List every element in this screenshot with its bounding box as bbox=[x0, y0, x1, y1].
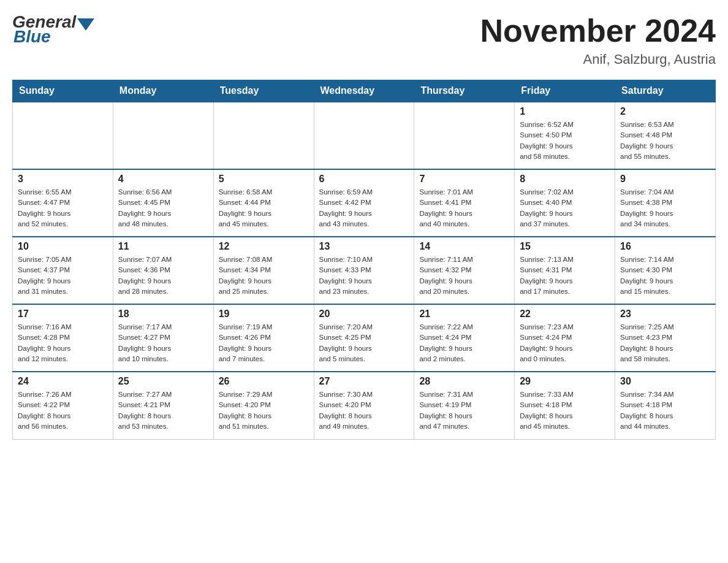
calendar-header-row: SundayMondayTuesdayWednesdayThursdayFrid… bbox=[13, 80, 716, 102]
calendar-cell: 18Sunrise: 7:17 AMSunset: 4:27 PMDayligh… bbox=[113, 304, 213, 372]
weekday-header-sunday: Sunday bbox=[13, 80, 113, 102]
day-info: Sunrise: 6:59 AMSunset: 4:42 PMDaylight:… bbox=[319, 187, 409, 229]
calendar-cell: 9Sunrise: 7:04 AMSunset: 4:38 PMDaylight… bbox=[615, 169, 716, 237]
day-info: Sunrise: 7:20 AMSunset: 4:25 PMDaylight:… bbox=[319, 322, 409, 364]
calendar-week-row: 10Sunrise: 7:05 AMSunset: 4:37 PMDayligh… bbox=[13, 237, 716, 304]
calendar-cell: 20Sunrise: 7:20 AMSunset: 4:25 PMDayligh… bbox=[314, 304, 414, 372]
calendar-cell: 7Sunrise: 7:01 AMSunset: 4:41 PMDaylight… bbox=[414, 169, 515, 237]
day-number: 10 bbox=[18, 241, 108, 252]
calendar-cell: 25Sunrise: 7:27 AMSunset: 4:21 PMDayligh… bbox=[113, 372, 213, 439]
weekday-header-tuesday: Tuesday bbox=[213, 80, 314, 102]
day-info: Sunrise: 7:14 AMSunset: 4:30 PMDaylight:… bbox=[620, 255, 710, 297]
day-number: 21 bbox=[419, 308, 509, 320]
day-number: 6 bbox=[319, 174, 409, 185]
calendar-week-row: 1Sunrise: 6:52 AMSunset: 4:50 PMDaylight… bbox=[13, 102, 716, 169]
day-info: Sunrise: 6:58 AMSunset: 4:44 PMDaylight:… bbox=[219, 187, 309, 229]
calendar-cell: 29Sunrise: 7:33 AMSunset: 4:18 PMDayligh… bbox=[515, 372, 615, 439]
day-info: Sunrise: 7:33 AMSunset: 4:18 PMDaylight:… bbox=[520, 389, 610, 432]
calendar-cell bbox=[213, 102, 314, 169]
calendar-cell: 23Sunrise: 7:25 AMSunset: 4:23 PMDayligh… bbox=[615, 304, 716, 372]
day-info: Sunrise: 6:53 AMSunset: 4:48 PMDaylight:… bbox=[620, 120, 710, 162]
day-number: 4 bbox=[118, 174, 208, 185]
calendar-cell: 5Sunrise: 6:58 AMSunset: 4:44 PMDaylight… bbox=[213, 169, 314, 237]
weekday-header-monday: Monday bbox=[113, 80, 213, 102]
calendar-cell bbox=[314, 102, 414, 169]
day-number: 1 bbox=[520, 106, 610, 117]
day-info: Sunrise: 7:23 AMSunset: 4:24 PMDaylight:… bbox=[520, 322, 610, 364]
day-number: 3 bbox=[18, 174, 108, 185]
calendar-cell: 3Sunrise: 6:55 AMSunset: 4:47 PMDaylight… bbox=[13, 169, 113, 237]
day-number: 9 bbox=[620, 174, 710, 185]
day-info: Sunrise: 7:08 AMSunset: 4:34 PMDaylight:… bbox=[219, 255, 309, 297]
calendar-cell bbox=[113, 102, 213, 169]
calendar-cell: 21Sunrise: 7:22 AMSunset: 4:24 PMDayligh… bbox=[414, 304, 515, 372]
day-number: 12 bbox=[219, 241, 309, 252]
day-info: Sunrise: 7:31 AMSunset: 4:19 PMDaylight:… bbox=[419, 389, 509, 432]
day-info: Sunrise: 7:11 AMSunset: 4:32 PMDaylight:… bbox=[419, 255, 509, 297]
day-info: Sunrise: 7:19 AMSunset: 4:26 PMDaylight:… bbox=[219, 322, 309, 364]
calendar-subtitle: Anif, Salzburg, Austria bbox=[480, 52, 716, 67]
calendar-title: November 2024 bbox=[480, 12, 716, 49]
day-info: Sunrise: 7:02 AMSunset: 4:40 PMDaylight:… bbox=[520, 187, 610, 229]
calendar-cell: 8Sunrise: 7:02 AMSunset: 4:40 PMDaylight… bbox=[515, 169, 615, 237]
calendar-cell: 24Sunrise: 7:26 AMSunset: 4:22 PMDayligh… bbox=[13, 372, 113, 439]
page-header: General Blue November 2024 Anif, Salzbur… bbox=[12, 12, 716, 67]
day-number: 16 bbox=[620, 241, 710, 252]
day-info: Sunrise: 7:26 AMSunset: 4:22 PMDaylight:… bbox=[18, 389, 108, 432]
day-info: Sunrise: 7:29 AMSunset: 4:20 PMDaylight:… bbox=[219, 389, 309, 432]
calendar-cell: 19Sunrise: 7:19 AMSunset: 4:26 PMDayligh… bbox=[213, 304, 314, 372]
day-number: 18 bbox=[118, 308, 208, 320]
day-number: 20 bbox=[319, 308, 409, 320]
day-number: 30 bbox=[620, 376, 710, 387]
logo: General Blue bbox=[12, 12, 94, 47]
day-number: 7 bbox=[419, 174, 509, 185]
day-number: 15 bbox=[520, 241, 610, 252]
calendar-cell: 2Sunrise: 6:53 AMSunset: 4:48 PMDaylight… bbox=[615, 102, 716, 169]
calendar-cell: 10Sunrise: 7:05 AMSunset: 4:37 PMDayligh… bbox=[13, 237, 113, 304]
calendar-cell: 28Sunrise: 7:31 AMSunset: 4:19 PMDayligh… bbox=[414, 372, 515, 439]
day-number: 5 bbox=[219, 174, 309, 185]
calendar-cell: 30Sunrise: 7:34 AMSunset: 4:18 PMDayligh… bbox=[615, 372, 716, 439]
day-info: Sunrise: 6:52 AMSunset: 4:50 PMDaylight:… bbox=[520, 120, 610, 162]
day-info: Sunrise: 7:25 AMSunset: 4:23 PMDaylight:… bbox=[620, 322, 710, 364]
day-number: 17 bbox=[18, 308, 108, 320]
calendar-cell: 12Sunrise: 7:08 AMSunset: 4:34 PMDayligh… bbox=[213, 237, 314, 304]
title-section: November 2024 Anif, Salzburg, Austria bbox=[480, 12, 716, 67]
calendar-cell: 15Sunrise: 7:13 AMSunset: 4:31 PMDayligh… bbox=[515, 237, 615, 304]
day-number: 29 bbox=[520, 376, 610, 387]
logo-blue-text: Blue bbox=[13, 27, 51, 47]
day-info: Sunrise: 6:56 AMSunset: 4:45 PMDaylight:… bbox=[118, 187, 208, 229]
calendar-week-row: 24Sunrise: 7:26 AMSunset: 4:22 PMDayligh… bbox=[13, 372, 716, 439]
day-number: 13 bbox=[319, 241, 409, 252]
calendar-cell: 1Sunrise: 6:52 AMSunset: 4:50 PMDaylight… bbox=[515, 102, 615, 169]
day-info: Sunrise: 7:04 AMSunset: 4:38 PMDaylight:… bbox=[620, 187, 710, 229]
day-info: Sunrise: 7:07 AMSunset: 4:36 PMDaylight:… bbox=[118, 255, 208, 297]
day-info: Sunrise: 7:13 AMSunset: 4:31 PMDaylight:… bbox=[520, 255, 610, 297]
calendar-cell bbox=[13, 102, 113, 169]
calendar-cell: 6Sunrise: 6:59 AMSunset: 4:42 PMDaylight… bbox=[314, 169, 414, 237]
day-number: 24 bbox=[18, 376, 108, 387]
calendar-cell: 13Sunrise: 7:10 AMSunset: 4:33 PMDayligh… bbox=[314, 237, 414, 304]
calendar-cell bbox=[414, 102, 515, 169]
day-number: 26 bbox=[219, 376, 309, 387]
day-info: Sunrise: 7:01 AMSunset: 4:41 PMDaylight:… bbox=[419, 187, 509, 229]
weekday-header-saturday: Saturday bbox=[615, 80, 716, 102]
day-number: 25 bbox=[118, 376, 208, 387]
calendar-cell: 17Sunrise: 7:16 AMSunset: 4:28 PMDayligh… bbox=[13, 304, 113, 372]
day-number: 11 bbox=[118, 241, 208, 252]
day-info: Sunrise: 7:30 AMSunset: 4:20 PMDaylight:… bbox=[319, 389, 409, 432]
day-info: Sunrise: 7:34 AMSunset: 4:18 PMDaylight:… bbox=[620, 389, 710, 432]
day-info: Sunrise: 7:10 AMSunset: 4:33 PMDaylight:… bbox=[319, 255, 409, 297]
day-number: 19 bbox=[219, 308, 309, 320]
calendar-cell: 27Sunrise: 7:30 AMSunset: 4:20 PMDayligh… bbox=[314, 372, 414, 439]
calendar-week-row: 3Sunrise: 6:55 AMSunset: 4:47 PMDaylight… bbox=[13, 169, 716, 237]
calendar-cell: 14Sunrise: 7:11 AMSunset: 4:32 PMDayligh… bbox=[414, 237, 515, 304]
day-number: 27 bbox=[319, 376, 409, 387]
weekday-header-friday: Friday bbox=[515, 80, 615, 102]
day-number: 23 bbox=[620, 308, 710, 320]
calendar-cell: 22Sunrise: 7:23 AMSunset: 4:24 PMDayligh… bbox=[515, 304, 615, 372]
weekday-header-wednesday: Wednesday bbox=[314, 80, 414, 102]
calendar-cell: 16Sunrise: 7:14 AMSunset: 4:30 PMDayligh… bbox=[615, 237, 716, 304]
calendar-week-row: 17Sunrise: 7:16 AMSunset: 4:28 PMDayligh… bbox=[13, 304, 716, 372]
day-info: Sunrise: 7:22 AMSunset: 4:24 PMDaylight:… bbox=[419, 322, 509, 364]
